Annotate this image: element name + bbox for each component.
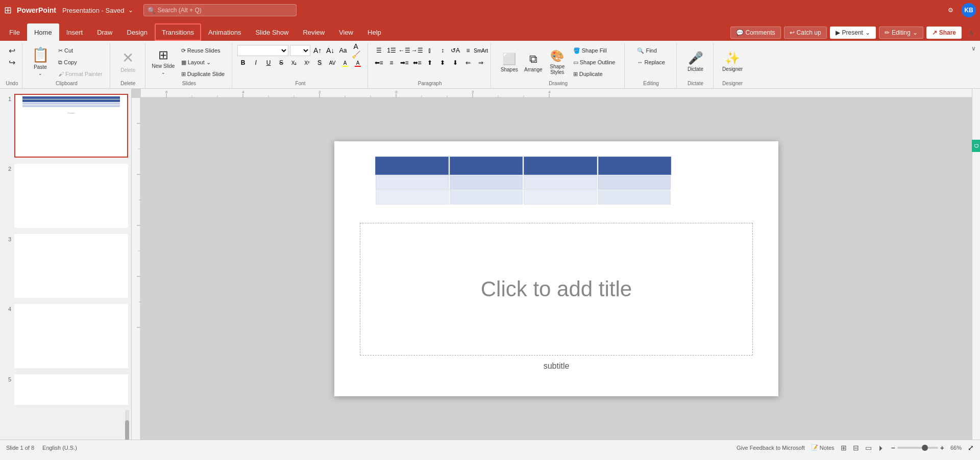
designer-button[interactable]: ✨ Designer: [720, 45, 745, 78]
new-slide-dropdown[interactable]: ⌄: [161, 70, 165, 75]
tab-slideshow[interactable]: Slide Show: [248, 23, 296, 41]
comments-button[interactable]: 💬 Comments: [730, 27, 781, 39]
layout-dropdown[interactable]: ⌄: [206, 59, 211, 66]
slide-img-3[interactable]: [14, 234, 128, 298]
arrange-button[interactable]: ⧉ Arrange: [522, 48, 545, 76]
delete-button[interactable]: ✕ Delete: [115, 45, 141, 78]
scrollbar-thumb[interactable]: [125, 420, 129, 440]
shape-duplicate-button[interactable]: ⊞ Duplicate: [570, 68, 619, 80]
paste-dropdown[interactable]: ⌄: [38, 71, 42, 76]
editing-button[interactable]: ✏ Editing ⌄: [879, 27, 923, 39]
tab-help[interactable]: Help: [360, 23, 388, 41]
redo-button[interactable]: ↪: [6, 57, 18, 68]
smartart-button[interactable]: SmArt: [475, 45, 486, 56]
slide-img-4[interactable]: [14, 304, 128, 368]
shapes-button[interactable]: ⬜ Shapes: [498, 48, 521, 76]
reading-view-button[interactable]: ▭: [865, 444, 872, 452]
slide-img-2[interactable]: [14, 164, 128, 227]
shape-styles-button[interactable]: 🎨 Shape Styles: [546, 48, 569, 76]
copy-button[interactable]: ⧉ Copy: [55, 57, 106, 68]
title-placeholder[interactable]: Click to add title: [360, 223, 753, 355]
bullets-button[interactable]: ☰: [373, 45, 384, 56]
new-slide-button[interactable]: ⊞ New Slide ⌄: [151, 45, 176, 78]
present-button[interactable]: ▶ Present ⌄: [830, 27, 876, 39]
rtl-button[interactable]: ⇐: [462, 57, 474, 68]
cut-button[interactable]: ✂ Cut: [55, 45, 106, 56]
layout-button[interactable]: ▦ Layout ⌄: [178, 57, 228, 68]
designer-side-tab[interactable]: D: [972, 140, 981, 152]
subscript-button[interactable]: X₂: [288, 57, 300, 68]
zoom-in-button[interactable]: +: [940, 444, 944, 452]
italic-button[interactable]: I: [250, 57, 261, 68]
text-direction-button[interactable]: ↺A: [450, 45, 461, 56]
search-input[interactable]: [143, 4, 297, 16]
align-middle-button[interactable]: ⬍: [437, 57, 448, 68]
strikethrough-button[interactable]: S: [276, 57, 287, 68]
slideshow-view-button[interactable]: ⏵: [878, 444, 885, 452]
shape-fill-button[interactable]: 🪣 Shape Fill: [570, 45, 619, 56]
subtitle-area[interactable]: subtitle: [334, 362, 778, 371]
collapse-ribbon-button[interactable]: ∧: [965, 27, 978, 39]
columns-button[interactable]: ⫿: [424, 45, 435, 56]
slide-thumb-5[interactable]: 5: [2, 373, 129, 406]
feedback-label[interactable]: Give Feedback to Microsoft: [737, 445, 805, 451]
slide-img-1[interactable]: Content: [14, 94, 128, 158]
slide-table[interactable]: [375, 157, 671, 205]
zoom-slider[interactable]: [897, 447, 938, 449]
tab-transitions[interactable]: Transitions: [155, 23, 201, 41]
notes-button[interactable]: 📝 Notes: [811, 444, 835, 451]
ltr-button[interactable]: ⇒: [475, 57, 486, 68]
decrease-indent-button[interactable]: ←☰: [399, 45, 410, 56]
underline-button[interactable]: U: [263, 57, 274, 68]
present-dropdown-icon[interactable]: ⌄: [865, 29, 870, 36]
slide-sorter-button[interactable]: ⊟: [853, 444, 859, 452]
tab-design[interactable]: Design: [120, 23, 155, 41]
format-painter-button[interactable]: 🖌 Format Painter: [55, 68, 106, 80]
zoom-out-button[interactable]: −: [891, 444, 895, 452]
tab-insert[interactable]: Insert: [59, 23, 90, 41]
line-spacing-button[interactable]: ↕: [437, 45, 448, 56]
zoom-level[interactable]: 66%: [950, 445, 962, 451]
paste-button[interactable]: 📋 Paste ⌄: [28, 45, 53, 78]
shape-outline-button[interactable]: ▭ Shape Outline: [570, 57, 619, 68]
slide-img-5[interactable]: [14, 374, 128, 405]
duplicate-slide-button[interactable]: ⊞ Duplicate Slide: [178, 68, 228, 80]
slide-thumb-3[interactable]: 3: [2, 233, 129, 299]
normal-view-button[interactable]: ⊞: [841, 444, 847, 452]
text-shadow-button[interactable]: S: [314, 57, 325, 68]
tab-draw[interactable]: Draw: [90, 23, 119, 41]
fit-slide-button[interactable]: ⤢: [968, 444, 974, 452]
font-name-select[interactable]: [237, 45, 288, 56]
waffle-icon[interactable]: ⊞: [4, 5, 12, 16]
justify-button[interactable]: ⬌≡: [411, 57, 423, 68]
slide-thumb-4[interactable]: 4: [2, 303, 129, 369]
undo-button[interactable]: ↩: [6, 45, 18, 56]
align-top-button[interactable]: ⬆: [424, 57, 435, 68]
char-spacing-button[interactable]: AV: [327, 57, 338, 68]
align-bottom-button[interactable]: ⬇: [450, 57, 461, 68]
catchup-button[interactable]: ↩ Catch up: [784, 27, 827, 39]
font-size-select[interactable]: [290, 45, 310, 56]
align-left-button[interactable]: ⬅≡: [373, 57, 384, 68]
increase-font-button[interactable]: A↑: [312, 45, 323, 56]
tab-home[interactable]: Home: [27, 23, 59, 41]
slide-thumb-1[interactable]: 1 Content: [2, 93, 129, 159]
align-center-button[interactable]: ≡: [386, 57, 397, 68]
replace-button[interactable]: ↔ Replace: [634, 57, 668, 68]
editing-dropdown-icon[interactable]: ⌄: [913, 29, 918, 36]
change-case-button[interactable]: Aa: [337, 45, 349, 56]
expand-ribbon-button[interactable]: ∨: [971, 45, 976, 52]
superscript-button[interactable]: X²: [301, 57, 312, 68]
numbering-button[interactable]: 1☰: [386, 45, 397, 56]
settings-button[interactable]: ⚙: [944, 5, 958, 16]
align-text-button[interactable]: ≡: [462, 45, 474, 56]
highlight-button[interactable]: A: [339, 57, 351, 68]
slide-canvas[interactable]: Click to add title subtitle: [334, 141, 778, 396]
increase-indent-button[interactable]: →☰: [411, 45, 423, 56]
font-color-button[interactable]: A: [352, 57, 363, 68]
tab-view[interactable]: View: [332, 23, 360, 41]
align-right-button[interactable]: ➡≡: [399, 57, 410, 68]
share-button[interactable]: ↗ Share: [926, 27, 962, 39]
dictate-button[interactable]: 🎤 Dictate: [683, 45, 708, 78]
clear-format-button[interactable]: A🧹: [350, 45, 361, 56]
